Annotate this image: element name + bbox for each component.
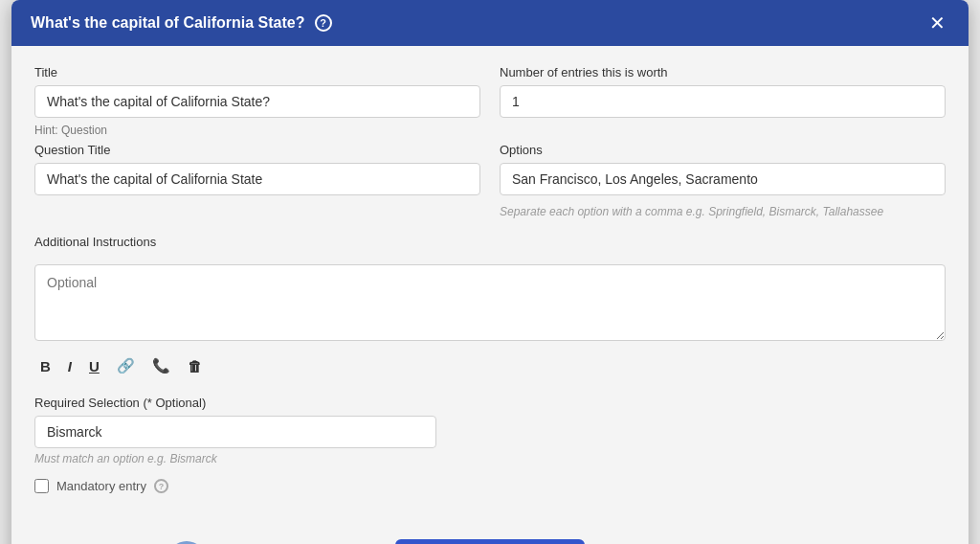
- entries-input[interactable]: [500, 85, 946, 118]
- entries-label: Number of entries this is worth: [500, 65, 946, 79]
- question-title-group: Question Title: [34, 143, 480, 218]
- options-hint: Separate each option with a comma e.g. S…: [500, 205, 946, 218]
- modal-header: What's the capital of California State? …: [11, 0, 969, 46]
- bold-button[interactable]: B: [34, 354, 56, 378]
- mandatory-entry-row: Mandatory entry ?: [34, 479, 946, 493]
- mandatory-help-icon[interactable]: ?: [154, 479, 168, 493]
- save-preview-button[interactable]: Save & Preview: [395, 539, 585, 544]
- required-selection-label: Required Selection (* Optional): [34, 396, 946, 410]
- additional-instructions-group: Additional Instructions: [34, 234, 946, 344]
- modal-body: Title Number of entries this is worth Hi…: [11, 46, 969, 526]
- required-selection-section: Required Selection (* Optional) Must mat…: [34, 396, 946, 465]
- form-row-2: Question Title Options Separate each opt…: [34, 143, 946, 218]
- modal-footer: Change icon color ? ▼ Save & Preview: [11, 526, 969, 544]
- title-input[interactable]: [34, 85, 480, 118]
- additional-instructions-label: Additional Instructions: [34, 235, 156, 249]
- must-match-hint: Must match an option e.g. Bismarck: [34, 452, 946, 465]
- close-button[interactable]: ✕: [925, 13, 949, 33]
- delete-button[interactable]: 🗑: [182, 354, 208, 378]
- italic-button[interactable]: I: [62, 354, 78, 378]
- modal-container: What's the capital of California State? …: [11, 0, 969, 544]
- options-input[interactable]: [500, 163, 946, 195]
- modal-title: What's the capital of California State?: [31, 14, 305, 32]
- entries-group: Number of entries this is worth: [500, 65, 946, 118]
- hint-text: Hint: Question: [34, 124, 946, 137]
- additional-instructions-textarea[interactable]: [34, 264, 946, 341]
- modal-header-left: What's the capital of California State? …: [31, 14, 332, 32]
- link-button[interactable]: 🔗: [111, 353, 141, 378]
- options-group: Options Separate each option with a comm…: [500, 143, 946, 218]
- header-help-icon[interactable]: ?: [315, 14, 332, 32]
- mandatory-label: Mandatory entry: [56, 479, 146, 493]
- underline-button[interactable]: U: [83, 354, 105, 378]
- title-group: Title: [34, 65, 480, 118]
- required-selection-input[interactable]: [34, 416, 436, 448]
- question-title-input[interactable]: [34, 163, 480, 195]
- phone-button[interactable]: 📞: [146, 353, 176, 378]
- text-toolbar: B I U 🔗 📞 🗑: [34, 353, 946, 378]
- title-label: Title: [34, 65, 480, 79]
- options-label: Options: [500, 143, 946, 157]
- form-row-1: Title Number of entries this is worth: [34, 65, 946, 118]
- question-title-label: Question Title: [34, 143, 480, 157]
- mandatory-checkbox[interactable]: [34, 479, 49, 493]
